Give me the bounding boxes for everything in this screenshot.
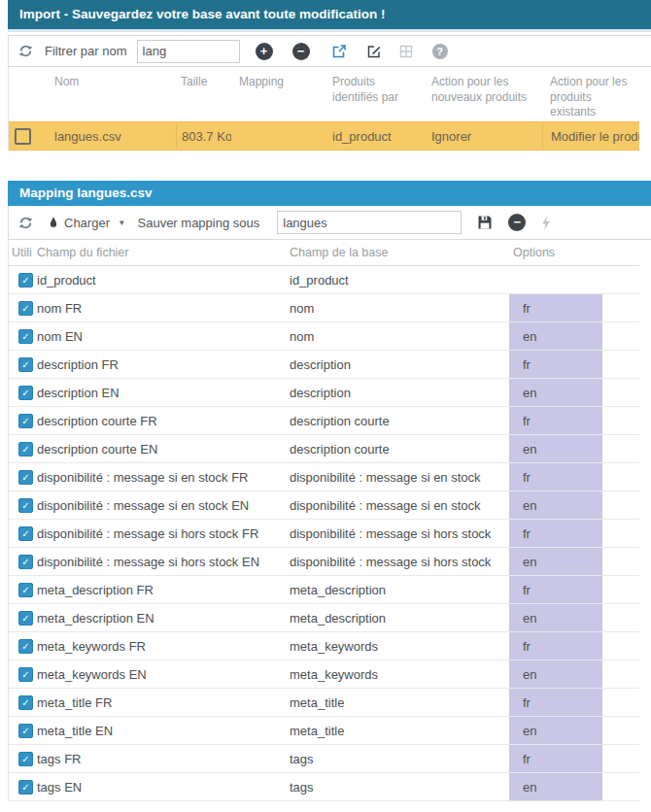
mapping-file-field: id_product xyxy=(36,273,290,288)
column-taille[interactable]: Taille xyxy=(176,67,231,121)
option-cell[interactable]: en xyxy=(509,660,602,688)
mapping-row: ✓ tags EN tags en xyxy=(9,773,639,801)
option-cell[interactable]: en xyxy=(509,548,602,575)
mapping-name-input[interactable] xyxy=(277,211,462,234)
option-cell[interactable]: fr xyxy=(509,576,602,603)
option-cell[interactable]: fr xyxy=(509,463,602,491)
mapping-row: ✓ meta_keywords FR meta_keywords fr xyxy=(9,632,639,660)
mapping-db-field: tags xyxy=(290,780,509,795)
use-field-checkbox[interactable]: ✓ xyxy=(18,555,33,569)
mapping-row: ✓ disponibilité : message si en stock EN… xyxy=(9,491,639,520)
use-field-checkbox[interactable]: ✓ xyxy=(18,695,33,710)
use-field-checkbox[interactable]: ✓ xyxy=(18,724,33,738)
mapping-file-field: tags EN xyxy=(36,780,290,795)
use-field-checkbox[interactable]: ✓ xyxy=(18,442,33,457)
option-cell[interactable]: fr xyxy=(509,407,602,434)
mapping-file-field: meta_description FR xyxy=(36,583,290,597)
use-field-checkbox[interactable]: ✓ xyxy=(18,386,33,400)
mapping-db-field: disponibilité : message si en stock xyxy=(290,470,509,485)
option-cell[interactable]: en xyxy=(509,491,602,519)
use-field-checkbox[interactable]: ✓ xyxy=(18,583,33,597)
option-cell[interactable]: en xyxy=(509,773,602,800)
option-cell[interactable]: fr xyxy=(509,294,602,321)
mapping-file-field: disponibilité : message si en stock EN xyxy=(36,498,290,513)
option-cell[interactable]: en xyxy=(509,379,602,406)
option-cell[interactable]: fr xyxy=(509,351,602,378)
mapping-table-header: Utili Champ du fichier Champ de la base … xyxy=(9,240,639,266)
mapping-db-field: meta_description xyxy=(290,583,509,597)
column-action-existants[interactable]: Action pour les produits existants xyxy=(542,67,639,121)
option-cell[interactable]: fr xyxy=(509,520,602,547)
mapping-section-title: Mapping langues.csv xyxy=(8,181,651,206)
save-mapping-button[interactable]: Sauver mapping sous xyxy=(138,216,260,230)
filter-input[interactable] xyxy=(137,40,240,63)
mapping-file-field: description FR xyxy=(36,357,290,372)
use-field-checkbox[interactable]: ✓ xyxy=(18,752,33,766)
use-field-checkbox[interactable]: ✓ xyxy=(18,526,33,541)
mapping-toolbar: Charger ▾ Sauver mapping sous − xyxy=(8,206,651,240)
use-field-checkbox[interactable]: ✓ xyxy=(18,329,33,344)
use-field-checkbox[interactable]: ✓ xyxy=(18,639,33,654)
use-field-checkbox[interactable]: ✓ xyxy=(18,611,33,626)
mapping-db-field: description courte xyxy=(290,442,509,457)
export-icon[interactable] xyxy=(331,44,347,59)
mapping-db-field: meta_keywords xyxy=(290,639,509,654)
chevron-down-icon: ▾ xyxy=(120,218,124,227)
mapping-file-field: meta_title FR xyxy=(36,695,290,710)
mapping-row: ✓ disponibilité : message si hors stock … xyxy=(9,548,639,576)
mapping-row: ✓ meta_keywords EN meta_keywords en xyxy=(9,660,639,689)
use-field-checkbox[interactable]: ✓ xyxy=(18,780,33,795)
edit-icon[interactable] xyxy=(366,44,382,59)
charger-button[interactable]: Charger ▾ xyxy=(49,216,124,230)
mapping-row: ✓ meta_title EN meta_title en xyxy=(9,717,639,745)
mapping-db-field: meta_title xyxy=(290,724,509,738)
mapping-file-field: meta_keywords FR xyxy=(36,639,290,654)
option-cell[interactable]: en xyxy=(509,435,602,462)
option-cell[interactable]: en xyxy=(509,604,602,631)
column-action-nouveaux[interactable]: Action pour les nouveaux produits xyxy=(424,67,542,121)
grid-icon[interactable] xyxy=(399,45,413,58)
option-cell[interactable]: fr xyxy=(509,632,602,660)
mapping-row: ✓ disponibilité : message si hors stock … xyxy=(9,520,639,548)
option-cell[interactable]: en xyxy=(509,717,602,744)
use-field-checkbox[interactable]: ✓ xyxy=(18,357,33,372)
use-field-checkbox[interactable]: ✓ xyxy=(18,414,33,428)
option-cell[interactable] xyxy=(509,266,602,293)
lightning-icon[interactable] xyxy=(541,216,551,230)
mapping-row: ✓ description EN description en xyxy=(9,379,639,407)
remove-icon[interactable]: − xyxy=(292,43,310,60)
use-field-checkbox[interactable]: ✓ xyxy=(18,667,33,682)
save-icon[interactable] xyxy=(477,215,493,230)
use-field-checkbox[interactable]: ✓ xyxy=(18,301,33,316)
mapping-db-field: description xyxy=(290,386,509,400)
mapping-row: ✓ description courte FR description cour… xyxy=(9,407,639,435)
import-table-row[interactable]: langues.csv 803.7 Ko id_product Ignorer … xyxy=(9,121,639,151)
mapping-file-field: nom EN xyxy=(36,329,290,344)
help-icon[interactable]: ? xyxy=(432,44,448,59)
use-field-checkbox[interactable]: ✓ xyxy=(18,273,33,288)
mapping-file-field: disponibilité : message si hors stock EN xyxy=(36,555,290,569)
mapping-db-field: disponibilité : message si hors stock xyxy=(290,555,509,569)
mapping-row: ✓ meta_description EN meta_description e… xyxy=(9,604,639,632)
column-mapping[interactable]: Mapping xyxy=(231,67,325,121)
option-cell[interactable]: fr xyxy=(509,745,602,772)
file-mapping xyxy=(231,122,325,150)
refresh-icon[interactable] xyxy=(18,216,33,230)
add-icon[interactable]: + xyxy=(256,43,273,60)
use-field-checkbox[interactable]: ✓ xyxy=(18,498,33,513)
use-field-checkbox[interactable]: ✓ xyxy=(18,470,33,485)
option-cell[interactable]: en xyxy=(509,322,602,350)
column-utilise: Utili xyxy=(9,246,36,259)
mapping-table: Utili Champ du fichier Champ de la base … xyxy=(8,240,639,801)
column-nom[interactable]: Nom xyxy=(47,67,176,121)
mapping-row: ✓ id_product id_product xyxy=(9,266,639,294)
charger-label: Charger xyxy=(64,216,110,230)
option-cell[interactable]: fr xyxy=(509,689,602,716)
remove-icon[interactable]: − xyxy=(508,214,526,231)
page-title: Import - Sauvegardez votre base avant to… xyxy=(8,0,651,29)
column-produits-identifies[interactable]: Produits identifiés par xyxy=(325,67,424,121)
refresh-icon[interactable] xyxy=(18,44,33,58)
row-select-checkbox[interactable] xyxy=(15,128,31,145)
mapping-db-field: description courte xyxy=(290,414,509,428)
droplet-icon xyxy=(49,216,58,229)
